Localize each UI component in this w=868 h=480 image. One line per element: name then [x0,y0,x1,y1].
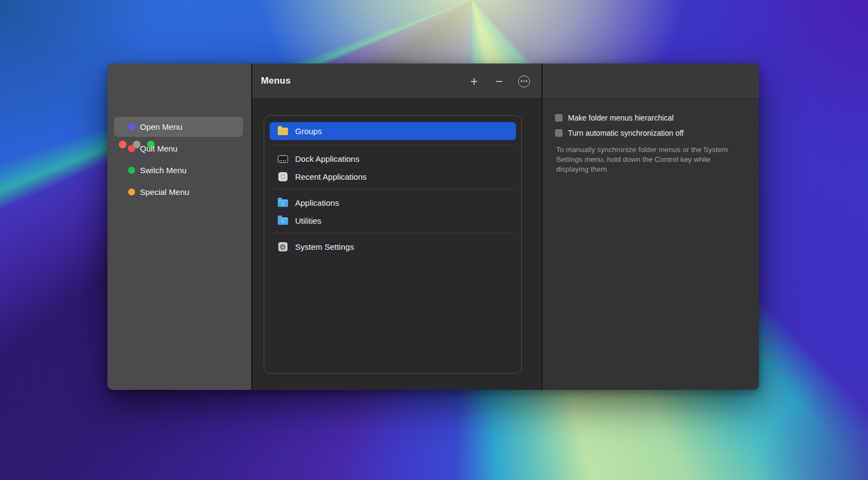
sidebar: Open Menu Quit Menu Switch Menu Special … [107,64,251,390]
sync-help-text: To manually synchronize folder menus or … [556,145,745,174]
sidebar-item-label: Open Menu [140,122,182,131]
sidebar-item-open-menu[interactable]: Open Menu [114,117,243,137]
option-hierarchical: Make folder menus hierarchical [555,113,746,122]
blue-folder-utilities-icon: ✕ [277,216,288,226]
red-dot-icon [128,145,135,152]
blue-folder-applications-icon: A [277,198,288,209]
list-separator [273,189,515,190]
list-item-dock-applications[interactable]: Dock Applications [270,150,516,168]
sidebar-item-special-menu[interactable]: Special Menu [114,182,243,202]
sidebar-item-label: Special Menu [140,187,189,197]
list-item-system-settings[interactable]: ⚙ System Settings [270,238,516,256]
checkbox-label: Make folder menus hierarchical [568,113,674,122]
recent-app-icon [277,172,288,182]
sync-off-checkbox[interactable] [555,129,563,137]
yellow-folder-icon [277,126,288,137]
option-sync-off: Turn automatic synchronization off [555,129,746,137]
sidebar-item-label: Quit Menu [140,144,177,153]
list-item-label: Recent Applications [295,172,367,181]
menus-toolbar: + − [467,64,532,99]
list-item-label: Applications [295,198,339,207]
list-item-label: System Settings [295,242,354,251]
list-item-label: Groups [295,127,322,136]
system-settings-gear-icon: ⚙ [277,242,288,252]
list-item-utilities[interactable]: ✕ Utilities [270,212,516,230]
options-panel-header [542,64,759,99]
checkbox-label: Turn automatic synchronization off [568,129,684,137]
purple-dot-icon [128,123,135,130]
sidebar-menu-list: Open Menu Quit Menu Switch Menu Special … [114,117,243,202]
menu-items-list: Groups Dock Applications Recent Applicat… [264,115,522,374]
options-panel: Make folder menus hierarchical Turn auto… [542,64,759,390]
sidebar-item-label: Switch Menu [140,166,187,175]
list-item-applications[interactable]: A Applications [270,194,516,212]
options-body: Make folder menus hierarchical Turn auto… [555,113,746,174]
list-item-label: Dock Applications [295,154,359,163]
menus-panel: Menus + − Groups Dock Applications [252,64,541,390]
sidebar-item-switch-menu[interactable]: Switch Menu [114,160,243,180]
list-item-recent-applications[interactable]: Recent Applications [270,168,516,186]
app-window: Open Menu Quit Menu Switch Menu Special … [107,64,759,390]
hierarchical-checkbox[interactable] [555,114,563,122]
list-item-groups[interactable]: Groups [270,122,516,140]
ellipsis-circle-icon [518,75,530,87]
panel-title: Menus [261,75,291,86]
list-separator [273,145,515,146]
more-options-button[interactable] [516,74,532,89]
add-menu-button[interactable]: + [467,74,482,89]
list-item-label: Utilities [295,216,321,225]
list-separator [273,233,515,233]
remove-menu-button[interactable]: − [492,74,507,89]
green-dot-icon [128,167,135,174]
dock-icon [277,154,288,165]
sidebar-item-quit-menu[interactable]: Quit Menu [114,138,243,159]
orange-dot-icon [128,188,135,195]
